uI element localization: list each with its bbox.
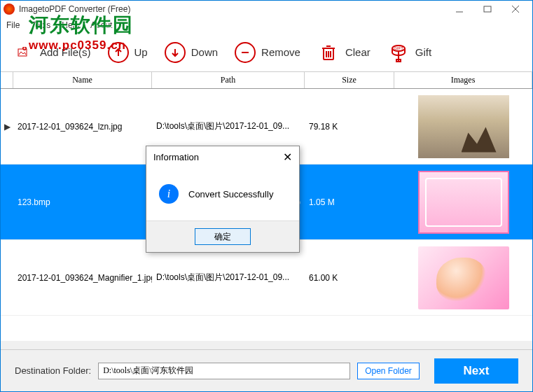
destination-label: Destination Folder: [15, 365, 91, 376]
add-files-label: Add File(s) [40, 46, 91, 58]
row-marker: ▶ [1, 122, 13, 132]
bottom-bar: Destination Folder: Open Folder Next [1, 349, 532, 391]
arrow-up-icon [108, 42, 129, 63]
info-dialog: Information ✕ i Convert Successfully 确定 [146, 146, 300, 253]
up-button[interactable]: Up [108, 42, 148, 63]
cell-path: D:\tools\桌面\图片\2017-12-01_09... [152, 272, 305, 284]
title-bar: ImagetoPDF Converter (Free) [1, 1, 532, 18]
menu-file[interactable]: File [6, 20, 20, 30]
gift-label: Gift [415, 46, 431, 58]
col-size[interactable]: Size [305, 72, 394, 88]
col-images[interactable]: Images [394, 72, 532, 88]
cell-path: D:\tools\桌面\图片\2017-12-01_09... [152, 120, 305, 132]
close-button[interactable] [501, 1, 529, 18]
thumbnail-image [418, 246, 509, 309]
gift-icon: GIFT [387, 41, 410, 64]
destination-input[interactable] [98, 363, 350, 379]
svg-rect-1 [484, 6, 491, 12]
menu-tools[interactable]: Tools [31, 20, 50, 30]
add-files-icon [12, 41, 34, 64]
svg-text:GIFT: GIFT [394, 46, 403, 50]
menu-help[interactable]: Help [62, 20, 79, 30]
next-button[interactable]: Next [434, 358, 518, 384]
table-header: Name Path Size Images [1, 72, 532, 89]
minimize-button[interactable] [445, 1, 473, 18]
remove-button[interactable]: Remove [235, 42, 300, 63]
app-icon [4, 4, 15, 15]
dialog-header[interactable]: Information ✕ [146, 146, 299, 167]
remove-label: Remove [261, 46, 300, 58]
dialog-message: Convert Successfully [188, 189, 273, 200]
maximize-button[interactable] [473, 1, 501, 18]
clear-label: Clear [345, 46, 371, 58]
dialog-body: i Convert Successfully [146, 167, 299, 220]
up-label: Up [134, 46, 148, 58]
col-path[interactable]: Path [152, 72, 305, 88]
dialog-ok-button[interactable]: 确定 [195, 228, 251, 245]
col-marker [1, 72, 13, 88]
cell-name: 2017-12-01_093624_lzn.jpg [13, 122, 152, 132]
cell-thumb [394, 171, 532, 234]
info-icon: i [159, 184, 179, 204]
minus-icon [235, 42, 256, 63]
col-name[interactable]: Name [13, 72, 152, 88]
trash-icon [317, 41, 340, 64]
arrow-down-icon [165, 42, 186, 63]
dialog-close-icon[interactable]: ✕ [283, 150, 292, 164]
menu-about[interactable]: About [90, 20, 112, 30]
toolbar: Add File(s) Up Down Remove Clear GIFT Gi… [1, 33, 532, 72]
dialog-buttons: 确定 [146, 220, 299, 252]
menu-bar: File Tools Help About [1, 18, 532, 33]
down-label: Down [191, 46, 218, 58]
cell-name: 123.bmp [13, 197, 152, 207]
cell-name: 2017-12-01_093624_Magnifier_1.jpg [13, 273, 152, 283]
thumbnail-image [418, 95, 509, 158]
cell-thumb [394, 95, 532, 158]
cell-size: 1.05 M [305, 197, 394, 207]
gift-button[interactable]: GIFT Gift [387, 41, 431, 64]
down-button[interactable]: Down [165, 42, 218, 63]
add-files-button[interactable]: Add File(s) [12, 41, 91, 64]
cell-thumb [394, 246, 532, 309]
window-title: ImagetoPDF Converter (Free) [19, 4, 130, 14]
cell-size: 79.18 K [305, 122, 394, 132]
clear-button[interactable]: Clear [317, 41, 371, 64]
thumbnail-image [418, 171, 509, 234]
dialog-title: Information [153, 152, 199, 162]
cell-size: 61.00 K [305, 273, 394, 283]
open-folder-button[interactable]: Open Folder [357, 363, 420, 379]
